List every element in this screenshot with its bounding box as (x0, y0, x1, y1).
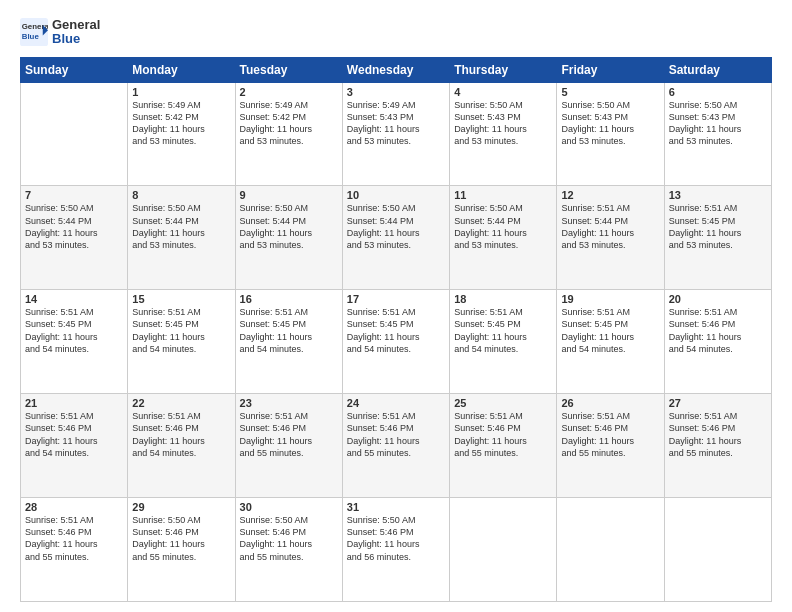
day-number: 27 (669, 397, 767, 409)
day-number: 9 (240, 189, 338, 201)
day-info: Sunrise: 5:51 AM Sunset: 5:45 PM Dayligh… (561, 306, 659, 355)
weekday-header-friday: Friday (557, 57, 664, 82)
day-cell: 1Sunrise: 5:49 AM Sunset: 5:42 PM Daylig… (128, 82, 235, 186)
day-cell: 17Sunrise: 5:51 AM Sunset: 5:45 PM Dayli… (342, 290, 449, 394)
day-cell: 12Sunrise: 5:51 AM Sunset: 5:44 PM Dayli… (557, 186, 664, 290)
day-number: 20 (669, 293, 767, 305)
weekday-header-saturday: Saturday (664, 57, 771, 82)
day-info: Sunrise: 5:51 AM Sunset: 5:46 PM Dayligh… (240, 410, 338, 459)
day-cell: 26Sunrise: 5:51 AM Sunset: 5:46 PM Dayli… (557, 394, 664, 498)
day-number: 31 (347, 501, 445, 513)
day-number: 7 (25, 189, 123, 201)
day-number: 21 (25, 397, 123, 409)
day-cell (450, 498, 557, 602)
day-cell: 15Sunrise: 5:51 AM Sunset: 5:45 PM Dayli… (128, 290, 235, 394)
weekday-header-sunday: Sunday (21, 57, 128, 82)
day-cell: 13Sunrise: 5:51 AM Sunset: 5:45 PM Dayli… (664, 186, 771, 290)
day-info: Sunrise: 5:51 AM Sunset: 5:44 PM Dayligh… (561, 202, 659, 251)
day-cell: 9Sunrise: 5:50 AM Sunset: 5:44 PM Daylig… (235, 186, 342, 290)
day-cell: 19Sunrise: 5:51 AM Sunset: 5:45 PM Dayli… (557, 290, 664, 394)
day-info: Sunrise: 5:51 AM Sunset: 5:46 PM Dayligh… (25, 514, 123, 563)
day-number: 15 (132, 293, 230, 305)
day-number: 28 (25, 501, 123, 513)
day-info: Sunrise: 5:51 AM Sunset: 5:45 PM Dayligh… (132, 306, 230, 355)
day-cell: 28Sunrise: 5:51 AM Sunset: 5:46 PM Dayli… (21, 498, 128, 602)
day-cell: 18Sunrise: 5:51 AM Sunset: 5:45 PM Dayli… (450, 290, 557, 394)
day-number: 8 (132, 189, 230, 201)
day-cell: 6Sunrise: 5:50 AM Sunset: 5:43 PM Daylig… (664, 82, 771, 186)
day-number: 26 (561, 397, 659, 409)
day-number: 25 (454, 397, 552, 409)
day-info: Sunrise: 5:51 AM Sunset: 5:45 PM Dayligh… (347, 306, 445, 355)
day-cell: 11Sunrise: 5:50 AM Sunset: 5:44 PM Dayli… (450, 186, 557, 290)
day-cell (21, 82, 128, 186)
day-cell: 14Sunrise: 5:51 AM Sunset: 5:45 PM Dayli… (21, 290, 128, 394)
svg-text:Blue: Blue (22, 32, 40, 41)
day-info: Sunrise: 5:50 AM Sunset: 5:44 PM Dayligh… (454, 202, 552, 251)
day-info: Sunrise: 5:50 AM Sunset: 5:46 PM Dayligh… (347, 514, 445, 563)
day-number: 29 (132, 501, 230, 513)
day-number: 13 (669, 189, 767, 201)
weekday-header-tuesday: Tuesday (235, 57, 342, 82)
day-number: 12 (561, 189, 659, 201)
day-cell: 10Sunrise: 5:50 AM Sunset: 5:44 PM Dayli… (342, 186, 449, 290)
day-cell: 24Sunrise: 5:51 AM Sunset: 5:46 PM Dayli… (342, 394, 449, 498)
day-cell: 4Sunrise: 5:50 AM Sunset: 5:43 PM Daylig… (450, 82, 557, 186)
weekday-header-wednesday: Wednesday (342, 57, 449, 82)
weekday-header-monday: Monday (128, 57, 235, 82)
day-cell: 16Sunrise: 5:51 AM Sunset: 5:45 PM Dayli… (235, 290, 342, 394)
day-info: Sunrise: 5:51 AM Sunset: 5:46 PM Dayligh… (25, 410, 123, 459)
day-info: Sunrise: 5:50 AM Sunset: 5:44 PM Dayligh… (25, 202, 123, 251)
logo-text: General Blue (52, 18, 100, 47)
day-number: 30 (240, 501, 338, 513)
day-cell: 3Sunrise: 5:49 AM Sunset: 5:43 PM Daylig… (342, 82, 449, 186)
day-cell: 5Sunrise: 5:50 AM Sunset: 5:43 PM Daylig… (557, 82, 664, 186)
day-info: Sunrise: 5:50 AM Sunset: 5:43 PM Dayligh… (669, 99, 767, 148)
day-number: 24 (347, 397, 445, 409)
day-info: Sunrise: 5:51 AM Sunset: 5:46 PM Dayligh… (669, 306, 767, 355)
day-info: Sunrise: 5:51 AM Sunset: 5:46 PM Dayligh… (669, 410, 767, 459)
day-info: Sunrise: 5:50 AM Sunset: 5:43 PM Dayligh… (454, 99, 552, 148)
day-cell: 23Sunrise: 5:51 AM Sunset: 5:46 PM Dayli… (235, 394, 342, 498)
day-cell: 27Sunrise: 5:51 AM Sunset: 5:46 PM Dayli… (664, 394, 771, 498)
day-cell: 20Sunrise: 5:51 AM Sunset: 5:46 PM Dayli… (664, 290, 771, 394)
logo: General Blue General Blue (20, 18, 100, 47)
day-info: Sunrise: 5:49 AM Sunset: 5:42 PM Dayligh… (132, 99, 230, 148)
day-info: Sunrise: 5:50 AM Sunset: 5:46 PM Dayligh… (240, 514, 338, 563)
day-number: 18 (454, 293, 552, 305)
day-info: Sunrise: 5:49 AM Sunset: 5:42 PM Dayligh… (240, 99, 338, 148)
day-info: Sunrise: 5:50 AM Sunset: 5:46 PM Dayligh… (132, 514, 230, 563)
generalblue-icon: General Blue (20, 18, 48, 46)
day-info: Sunrise: 5:51 AM Sunset: 5:46 PM Dayligh… (454, 410, 552, 459)
day-info: Sunrise: 5:50 AM Sunset: 5:44 PM Dayligh… (240, 202, 338, 251)
day-number: 10 (347, 189, 445, 201)
day-cell: 22Sunrise: 5:51 AM Sunset: 5:46 PM Dayli… (128, 394, 235, 498)
day-info: Sunrise: 5:50 AM Sunset: 5:43 PM Dayligh… (561, 99, 659, 148)
day-info: Sunrise: 5:50 AM Sunset: 5:44 PM Dayligh… (347, 202, 445, 251)
week-row-1: 1Sunrise: 5:49 AM Sunset: 5:42 PM Daylig… (21, 82, 772, 186)
weekday-header-thursday: Thursday (450, 57, 557, 82)
day-number: 1 (132, 86, 230, 98)
day-info: Sunrise: 5:51 AM Sunset: 5:45 PM Dayligh… (240, 306, 338, 355)
week-row-5: 28Sunrise: 5:51 AM Sunset: 5:46 PM Dayli… (21, 498, 772, 602)
calendar-table: SundayMondayTuesdayWednesdayThursdayFrid… (20, 57, 772, 602)
day-number: 19 (561, 293, 659, 305)
day-number: 14 (25, 293, 123, 305)
day-number: 2 (240, 86, 338, 98)
day-cell: 8Sunrise: 5:50 AM Sunset: 5:44 PM Daylig… (128, 186, 235, 290)
day-number: 6 (669, 86, 767, 98)
day-cell: 7Sunrise: 5:50 AM Sunset: 5:44 PM Daylig… (21, 186, 128, 290)
page: General Blue General Blue SundayMondayTu… (0, 0, 792, 612)
day-cell: 29Sunrise: 5:50 AM Sunset: 5:46 PM Dayli… (128, 498, 235, 602)
header: General Blue General Blue (20, 18, 772, 47)
day-cell: 31Sunrise: 5:50 AM Sunset: 5:46 PM Dayli… (342, 498, 449, 602)
day-info: Sunrise: 5:51 AM Sunset: 5:46 PM Dayligh… (347, 410, 445, 459)
day-cell (557, 498, 664, 602)
day-number: 17 (347, 293, 445, 305)
day-info: Sunrise: 5:49 AM Sunset: 5:43 PM Dayligh… (347, 99, 445, 148)
day-info: Sunrise: 5:51 AM Sunset: 5:46 PM Dayligh… (132, 410, 230, 459)
day-number: 23 (240, 397, 338, 409)
day-cell: 2Sunrise: 5:49 AM Sunset: 5:42 PM Daylig… (235, 82, 342, 186)
day-cell: 25Sunrise: 5:51 AM Sunset: 5:46 PM Dayli… (450, 394, 557, 498)
day-number: 16 (240, 293, 338, 305)
